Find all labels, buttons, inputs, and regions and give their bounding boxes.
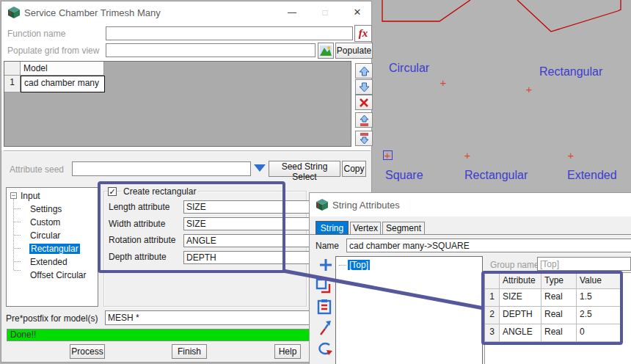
- duplicate-icon[interactable]: [316, 278, 332, 296]
- minimize-icon[interactable]: —: [282, 1, 302, 22]
- type-cell[interactable]: Real: [541, 307, 577, 324]
- tree-guide: [14, 270, 21, 271]
- add-attribute-icon[interactable]: [318, 258, 333, 274]
- canvas-label-circular: Circular: [389, 62, 429, 75]
- type-cell[interactable]: Real: [541, 289, 577, 307]
- tree-item-circular[interactable]: Circular: [30, 230, 60, 241]
- group-name-label: Group name: [490, 260, 539, 270]
- help-button[interactable]: Help: [274, 344, 301, 359]
- canvas-label-extended: Extended: [567, 169, 617, 182]
- populate-view-input[interactable]: [106, 43, 316, 57]
- delete-row-icon[interactable]: [355, 95, 373, 110]
- tree-guide: [13, 197, 14, 270]
- tree-guide: [14, 222, 21, 222]
- value-cell[interactable]: 1.5: [577, 289, 622, 307]
- point-cross-icon: +: [464, 150, 471, 161]
- group-tree-panel[interactable]: [Top]: [335, 256, 483, 364]
- length-attribute-label: Length attribute: [109, 202, 169, 212]
- attribute-cell[interactable]: DEPTH: [500, 307, 541, 324]
- group-name-input[interactable]: [537, 257, 631, 271]
- string-attributes-dialog: String Attributes String Vertex Segment …: [309, 192, 631, 364]
- function-name-label: Function name: [7, 29, 65, 39]
- canvas-label-square: Square: [385, 169, 423, 182]
- width-attribute-input[interactable]: [183, 217, 310, 230]
- tree-item-extended[interactable]: Extended: [30, 257, 68, 267]
- refresh-icon[interactable]: [316, 341, 332, 358]
- seed-string-select-button[interactable]: Seed String Select: [269, 161, 340, 177]
- model-grid[interactable]: Model 1 cad chamber many: [4, 61, 351, 147]
- tab-vertex[interactable]: Vertex: [350, 222, 381, 235]
- value-cell[interactable]: 0: [577, 324, 622, 342]
- titlebar[interactable]: String Attributes: [310, 193, 631, 216]
- dialog-title: String Attributes: [332, 200, 400, 211]
- seed-dropdown-icon[interactable]: [252, 164, 267, 175]
- type-cell[interactable]: Real: [541, 324, 577, 342]
- tree-item-top[interactable]: [Top]: [348, 260, 370, 270]
- tree-item-custom[interactable]: Custom: [30, 217, 60, 228]
- tree-guide: [14, 235, 21, 236]
- name-label: Name: [316, 241, 339, 251]
- input-tree-panel[interactable]: − Input Settings Custom Circular Rectang…: [6, 187, 98, 307]
- rotation-attribute-input[interactable]: [183, 234, 310, 247]
- attribute-table[interactable]: Attribute Type Value 1 SIZE Real 1.5 2 D…: [484, 272, 631, 364]
- point-cross-icon: +: [568, 150, 575, 161]
- depth-attribute-input[interactable]: [183, 251, 310, 264]
- tree-collapse-icon[interactable]: −: [10, 192, 17, 199]
- dialog-title: Service Chamber Trimesh Many: [24, 7, 161, 18]
- type-column-header: Type: [541, 273, 577, 289]
- rotation-attribute-label: Rotation attribute: [109, 235, 175, 245]
- move-up-icon[interactable]: [355, 63, 373, 79]
- move-to-bottom-icon[interactable]: [355, 131, 373, 146]
- name-input[interactable]: [346, 239, 631, 252]
- tree-item-input[interactable]: Input: [21, 191, 40, 201]
- close-icon[interactable]: ✕: [348, 1, 367, 22]
- tree-item-settings[interactable]: Settings: [30, 204, 62, 214]
- row-number-cell: 1: [485, 289, 500, 307]
- function-name-input[interactable]: [106, 26, 353, 40]
- point-cross-icon: +: [526, 84, 533, 95]
- table-corner-cell: [485, 273, 500, 289]
- canvas-label-rectangular-top: Rectangular: [539, 65, 602, 79]
- prepostfix-label: Pre*postfix for model(s): [6, 313, 98, 324]
- tree-guide: [339, 265, 346, 266]
- process-button[interactable]: Process: [70, 344, 105, 359]
- populate-button[interactable]: Populate: [335, 43, 373, 59]
- app-logo-icon: [7, 6, 21, 19]
- attribute-column-header: Attribute: [500, 273, 541, 289]
- tab-segment[interactable]: Segment: [382, 222, 425, 235]
- view-picker-icon[interactable]: [318, 43, 334, 59]
- depth-attribute-label: Depth attribute: [109, 252, 167, 262]
- move-down-icon[interactable]: [355, 79, 373, 95]
- square-snap-marker: [383, 150, 393, 160]
- tab-string[interactable]: String: [316, 221, 349, 235]
- attribute-cell[interactable]: ANGLE: [500, 324, 541, 342]
- copy-button[interactable]: Copy: [342, 161, 366, 177]
- maximize-icon[interactable]: □: [316, 1, 335, 22]
- model-cell[interactable]: cad chamber many: [21, 76, 105, 92]
- length-attribute-input[interactable]: [183, 200, 310, 214]
- row-number-cell: 3: [485, 324, 500, 342]
- value-cell[interactable]: 2.5: [577, 307, 622, 324]
- prepostfix-input[interactable]: [105, 310, 310, 325]
- create-rectangular-label: Create rectangular: [121, 186, 198, 197]
- jump-arrow-icon[interactable]: [318, 320, 333, 338]
- separator: [4, 150, 371, 152]
- tree-item-offset-circular[interactable]: Offset Circular: [30, 270, 86, 280]
- paste-icon[interactable]: [317, 299, 332, 317]
- tree-guide: [14, 261, 21, 262]
- screen: Circular Rectangular Square Rectangular …: [0, 0, 631, 364]
- fx-function-icon[interactable]: fx: [354, 25, 372, 42]
- attribute-cell[interactable]: SIZE: [500, 289, 541, 307]
- finish-button[interactable]: Finish: [172, 344, 207, 359]
- tree-item-rectangular[interactable]: Rectangular: [29, 244, 80, 254]
- value-column-header: Value: [577, 273, 622, 289]
- app-logo-icon: [316, 198, 329, 211]
- create-rectangular-checkbox[interactable]: ✓: [108, 187, 117, 196]
- populate-grid-label: Populate grid from view: [7, 46, 99, 56]
- tree-guide: [14, 208, 21, 209]
- titlebar[interactable]: Service Chamber Trimesh Many — □ ✕: [1, 1, 371, 23]
- move-to-top-icon[interactable]: [355, 112, 373, 128]
- row-number-cell: 1: [4, 76, 21, 92]
- attribute-seed-input[interactable]: [72, 161, 251, 176]
- canvas-label-rectangular-bottom: Rectangular: [464, 169, 528, 182]
